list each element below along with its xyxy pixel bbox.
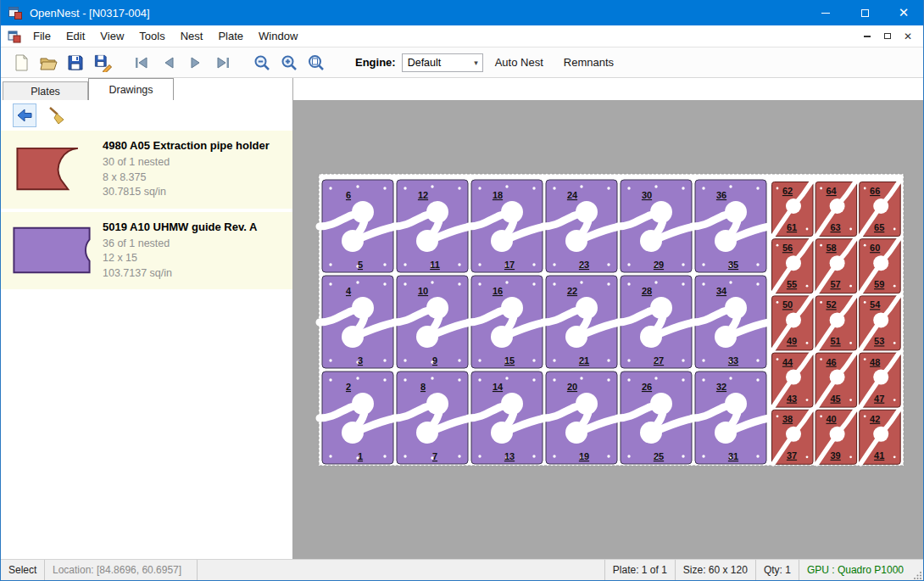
nest-part-pair-red[interactable]: 6059 [860,239,900,293]
nest-part-pair-purple[interactable]: 2019 [543,372,620,464]
tab-plates[interactable]: Plates [3,81,88,100]
list-item[interactable]: 5019 A10 UHMW guide Rev. A 36 of 1 neste… [1,212,292,290]
nest-part-pair-purple[interactable]: 1615 [469,276,545,368]
clear-button[interactable] [45,103,69,127]
nest-part-pair-purple[interactable]: 3433 [693,276,769,368]
save-as-icon [93,53,112,72]
nest-part-pair-red[interactable]: 6665 [860,182,900,237]
nest-part-pair-red[interactable]: 5453 [860,296,900,350]
nest-part-pair-red[interactable]: 4645 [815,353,857,407]
go-previous-button[interactable] [155,50,182,75]
nest-part-pair-purple[interactable]: 21 [320,372,396,464]
nest-part-pair-purple[interactable]: 2827 [618,276,694,368]
document-icon[interactable] [8,30,21,43]
go-next-button[interactable] [182,50,209,75]
menu-nest[interactable]: Nest [173,30,211,42]
nest-part-pair-purple[interactable]: 3231 [693,372,769,464]
maximize-button[interactable] [845,0,884,25]
new-button[interactable] [8,50,35,75]
svg-text:16: 16 [493,286,503,296]
svg-text:23: 23 [579,260,589,270]
nest-part-pair-purple[interactable]: 1817 [469,180,545,272]
svg-text:29: 29 [654,260,664,270]
zoom-out-button[interactable] [248,50,276,75]
nest-part-pair-purple[interactable]: 1211 [394,180,470,272]
go-last-button[interactable] [209,50,237,75]
auto-nest-button[interactable]: Auto Nest [487,56,552,69]
red-part-shape [14,145,90,194]
svg-text:44: 44 [782,357,793,367]
save-button[interactable] [62,50,89,75]
part-info: 5019 A10 UHMW guide Rev. A 36 of 1 neste… [103,221,257,282]
svg-text:14: 14 [493,382,504,392]
part-area: 30.7815 sq/in [103,185,270,200]
svg-text:7: 7 [432,451,437,461]
nest-part-pair-purple[interactable]: 2625 [618,372,694,464]
svg-text:55: 55 [787,279,797,289]
nest-part-pair-purple[interactable]: 65 [320,180,396,272]
nest-part-pair-purple[interactable]: 43 [320,276,396,368]
nest-part-pair-purple[interactable]: 2423 [543,180,620,272]
svg-text:52: 52 [826,299,836,310]
open-button[interactable] [35,50,62,75]
part-thumbnail [8,145,96,194]
nest-part-pair-red[interactable]: 5655 [772,239,814,293]
svg-text:53: 53 [874,336,884,346]
nest-part-pair-purple[interactable]: 3029 [618,180,694,272]
nest-part-pair-red[interactable]: 3837 [772,410,814,464]
drawings-toolbar [1,100,292,131]
mdi-close-button[interactable]: ✕ [899,29,916,44]
engine-select[interactable]: Default ▾ [402,53,483,72]
close-button[interactable]: ✕ [884,0,923,25]
new-file-icon [12,53,31,72]
maximize-icon [861,9,869,17]
nest-part-pair-red[interactable]: 4443 [772,353,814,407]
menu-window[interactable]: Window [251,30,305,42]
svg-text:5: 5 [358,260,363,270]
zoom-in-button[interactable] [276,50,303,75]
nest-part-pair-red[interactable]: 5251 [815,296,857,350]
nest-part-pair-purple[interactable]: 87 [394,372,470,464]
tab-drawings[interactable]: Drawings [88,78,174,100]
nest-part-pair-red[interactable]: 5049 [772,296,814,350]
nest-part-pair-red[interactable]: 4847 [860,353,900,407]
zoom-fit-button[interactable] [303,50,330,75]
menu-tools[interactable]: Tools [131,30,172,42]
mdi-restore-button[interactable] [879,29,896,44]
menu-file[interactable]: File [25,30,58,42]
list-item[interactable]: 4980 A05 Extraction pipe holder 30 of 1 … [1,131,292,209]
menu-edit[interactable]: Edit [58,30,92,42]
go-first-icon [132,53,151,72]
nest-part-pair-red[interactable]: 5857 [815,239,857,293]
nest-part-pair-red[interactable]: 4039 [815,410,857,464]
part-info: 4980 A05 Extraction pipe holder 30 of 1 … [103,139,270,200]
save-as-button[interactable] [89,50,116,75]
back-arrow-icon [14,105,35,126]
nest-plate-view[interactable]: 6512111817242330293635431091615222128273… [293,78,923,559]
window-controls: ✕ [806,0,923,25]
svg-text:27: 27 [654,355,664,366]
minimize-button[interactable] [806,0,845,25]
svg-text:62: 62 [782,186,793,196]
part-thumbnail [8,223,96,277]
svg-text:46: 46 [826,357,836,367]
nest-part-pair-red[interactable]: 4241 [860,410,900,464]
part-title: 5019 A10 UHMW guide Rev. A [103,221,257,233]
nest-part-pair-red[interactable]: 6261 [772,182,814,237]
mdi-minimize-button[interactable] [859,29,876,44]
nest-part-pair-purple[interactable]: 109 [394,276,470,368]
nest-part-pair-red[interactable]: 6463 [815,182,857,237]
menu-view[interactable]: View [92,30,131,42]
remnants-button[interactable]: Remnants [555,56,622,69]
resize-grip[interactable] [911,560,923,580]
svg-text:63: 63 [830,222,840,232]
nest-part-pair-purple[interactable]: 3635 [693,180,769,272]
status-qty: Qty: 1 [755,560,799,580]
nest-part-pair-purple[interactable]: 2221 [543,276,620,368]
svg-text:1: 1 [358,451,363,461]
nest-canvas[interactable]: 6512111817242330293635431091615222128273… [293,78,923,559]
menu-plate[interactable]: Plate [210,30,251,42]
nest-part-pair-purple[interactable]: 1413 [469,372,545,464]
return-part-button[interactable] [13,103,36,127]
go-first-button[interactable] [128,50,155,75]
